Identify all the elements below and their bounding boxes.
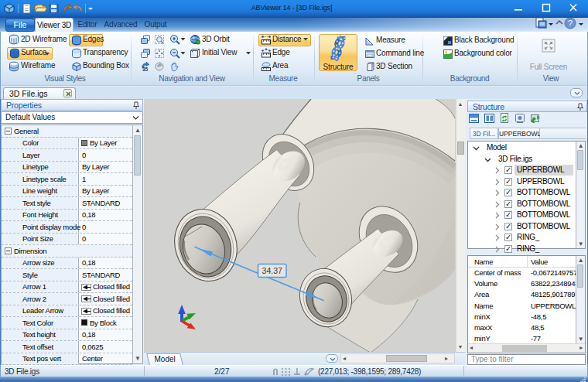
svg-text:35: 35 (142, 67, 149, 72)
svg-text:?: ? (568, 19, 573, 28)
svg-text:34.37: 34.37 (262, 266, 282, 275)
